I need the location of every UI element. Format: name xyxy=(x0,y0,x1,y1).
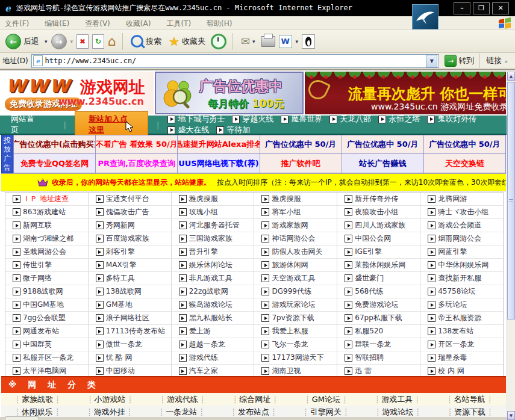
directory-link[interactable]: 龙腾网游 xyxy=(438,194,467,204)
category-link[interactable]: ┊游戏工具┊ xyxy=(373,394,422,405)
directory-link[interactable]: 中国移动 xyxy=(106,366,135,376)
category-link[interactable]: ┊小游戏站┊ xyxy=(86,394,134,405)
mail-button[interactable]: ✉▾ xyxy=(239,34,257,49)
directory-link[interactable]: 莱熊休闲娱乐网 xyxy=(355,260,405,270)
category-link[interactable]: ┊综合网址┊ xyxy=(231,394,279,405)
directory-link[interactable]: 百度游戏家族 xyxy=(106,233,149,244)
directory-link[interactable]: 游戏玩家论坛 xyxy=(272,300,315,310)
ad-link[interactable]: PR查询,百度收录查询 xyxy=(96,154,178,173)
nav-game-link[interactable]: 地下城与勇士 xyxy=(167,114,225,125)
address-dropdown[interactable]: ▼ xyxy=(426,55,437,67)
stop-button[interactable]: ✖ xyxy=(76,34,89,49)
nav-game-link[interactable]: 鬼吹灯外传 xyxy=(427,114,476,125)
directory-link[interactable]: 湖南づ湘缘之都 xyxy=(23,233,73,244)
nav-home-link[interactable]: 网站首页 xyxy=(11,114,37,135)
links-button[interactable]: 链接 » xyxy=(479,54,513,68)
directory-link[interactable]: 忧 酷 网 xyxy=(106,353,133,363)
category-link[interactable]: ┊一条龙站┊ xyxy=(157,407,206,418)
forward-dropdown[interactable]: ▾ xyxy=(70,39,73,45)
directory-link[interactable]: 夜狼攻击小组 xyxy=(355,207,398,217)
directory-link[interactable]: 568代练 xyxy=(355,286,383,297)
banner-middle-ad[interactable]: 广告位优惠中 每月特价 100元 xyxy=(155,72,304,114)
nav-game-link[interactable]: 天龙八部 xyxy=(329,114,371,125)
minimize-button[interactable]: – xyxy=(454,2,470,14)
directory-link[interactable]: DG999代练 xyxy=(272,286,311,297)
directory-link[interactable]: 查找新开私服 xyxy=(438,273,481,283)
category-link[interactable]: ┊发布站点┊ xyxy=(229,407,278,418)
directory-link[interactable]: 网蓝引擎 xyxy=(438,247,467,257)
directory-link[interactable]: 游戏公会频道 xyxy=(438,220,481,230)
ad-link[interactable]: 免费专业QQ签名网 xyxy=(14,154,96,173)
scroll-down-arrow[interactable]: ▼ xyxy=(507,411,515,420)
directory-link[interactable]: 45758论坛 xyxy=(438,286,475,297)
directory-link[interactable]: 微子网络 xyxy=(23,273,52,283)
directory-link[interactable]: 迅 雷 xyxy=(355,366,372,376)
directory-link[interactable]: 娱乐休闲论坛 xyxy=(189,260,233,270)
close-button[interactable]: ✕ xyxy=(492,2,509,14)
directory-link[interactable]: 中华休闲娱乐网 xyxy=(438,260,488,270)
nav-game-link[interactable]: 穿越火线 xyxy=(232,114,273,125)
directory-link[interactable]: 盛世豪门 xyxy=(355,273,384,283)
go-button[interactable]: → 转到 xyxy=(442,55,476,67)
forward-button[interactable]: → xyxy=(51,34,67,49)
maximize-button[interactable]: ❐ xyxy=(473,2,490,14)
ad-link[interactable]: 广告位优惠中 50/月 xyxy=(342,135,424,154)
nav-game-link[interactable]: 永恒之塔 xyxy=(378,114,420,125)
directory-link[interactable]: GM基地 xyxy=(106,300,133,310)
directory-link[interactable]: ＩＰ 地址速查 xyxy=(23,194,69,204)
directory-link[interactable]: 传世引擎 xyxy=(23,260,52,270)
directory-link[interactable]: 67pp私服下载 xyxy=(355,313,402,323)
history-button[interactable] xyxy=(211,34,226,49)
directory-link[interactable]: 中国公会网 xyxy=(355,233,391,244)
directory-link[interactable]: 烟雨网游公会 xyxy=(438,233,481,244)
directory-link[interactable]: 17173网游天下 xyxy=(272,353,323,363)
directory-link[interactable]: 中国群英 xyxy=(23,339,52,350)
directory-link[interactable]: 17113传奇发布站 xyxy=(106,326,165,336)
directory-link[interactable]: 将军小组 xyxy=(272,207,301,217)
join-button[interactable]: 新站加入点这里 xyxy=(75,111,148,138)
category-link[interactable]: ┊名站导航┊ xyxy=(445,394,494,405)
directory-link[interactable]: 太平洋电脑网 xyxy=(23,366,66,376)
directory-link[interactable]: 晋升引擎 xyxy=(189,247,218,257)
menu-item[interactable]: 文件(F) xyxy=(5,19,29,28)
menu-item[interactable]: 收藏(A) xyxy=(126,19,151,28)
directory-link[interactable]: 智联招聘 xyxy=(355,353,384,363)
directory-link[interactable]: 7pv资源下载 xyxy=(272,313,314,323)
menu-item[interactable]: 工具(T) xyxy=(166,19,191,28)
ad-link[interactable]: 天空交换链 xyxy=(424,154,505,173)
directory-link[interactable]: 校 内 网 xyxy=(438,366,464,376)
back-dropdown[interactable]: ▾ xyxy=(45,39,48,45)
directory-link[interactable]: 863游戏建站 xyxy=(23,207,66,217)
directory-link[interactable]: 138发布站 xyxy=(438,326,473,336)
directory-link[interactable]: 猴岛游戏论坛 xyxy=(189,300,233,310)
directory-link[interactable]: 汽车之家 xyxy=(189,366,218,376)
scroll-up-arrow[interactable]: ▲ xyxy=(507,72,515,81)
category-link[interactable]: ┊游戏外挂┊ xyxy=(85,407,134,418)
category-link[interactable]: ┊游戏论坛┊ xyxy=(373,407,422,418)
directory-link[interactable]: 飞尔一条龙 xyxy=(272,339,308,350)
banner-left-ad[interactable]: WWW 免费收录游戏网址 游戏网址 www.2345uc.cn xyxy=(1,72,154,114)
directory-link[interactable]: 新开传奇外传 xyxy=(355,194,398,204)
ad-link[interactable]: 推广软件吧 xyxy=(260,154,342,173)
print-button[interactable] xyxy=(261,36,275,47)
ad-link[interactable]: 广告位优惠中 50/月 xyxy=(260,135,342,154)
directory-link[interactable]: 刺客引擎 xyxy=(106,247,135,257)
directory-link[interactable]: 非凡游戏工具 xyxy=(189,273,233,283)
nav-game-link[interactable]: 魔兽世界 xyxy=(281,114,322,125)
directory-link[interactable]: 黑九私服站长 xyxy=(189,313,233,323)
ad-link[interactable]: UUS网络电视下载(荐) xyxy=(178,154,260,173)
directory-link[interactable]: 9188战歌网 xyxy=(23,286,63,297)
directory-link[interactable]: 7gg公会联盟 xyxy=(23,313,66,323)
directory-link[interactable]: 我爱上私服 xyxy=(272,326,308,336)
directory-link[interactable]: 瑞星杀毒 xyxy=(438,353,467,363)
directory-link[interactable]: 浪子网络社区 xyxy=(106,313,149,323)
directory-link[interactable]: 多玩论坛 xyxy=(438,300,467,310)
category-link[interactable]: ┊引擎网关┊ xyxy=(301,407,350,418)
more-tools-dropdown[interactable]: ▾ xyxy=(296,39,299,45)
ad-link[interactable]: 不看广告 看效果 50/月 xyxy=(96,135,178,154)
directory-link[interactable]: 天空游戏工具 xyxy=(272,273,315,283)
vertical-scrollbar[interactable]: ▲ ▼ xyxy=(507,72,515,420)
directory-link[interactable]: 新网互联 xyxy=(23,220,52,230)
favorites-button[interactable]: ★ 收藏夹 xyxy=(167,33,207,50)
home-button[interactable]: ⌂ xyxy=(108,34,116,49)
